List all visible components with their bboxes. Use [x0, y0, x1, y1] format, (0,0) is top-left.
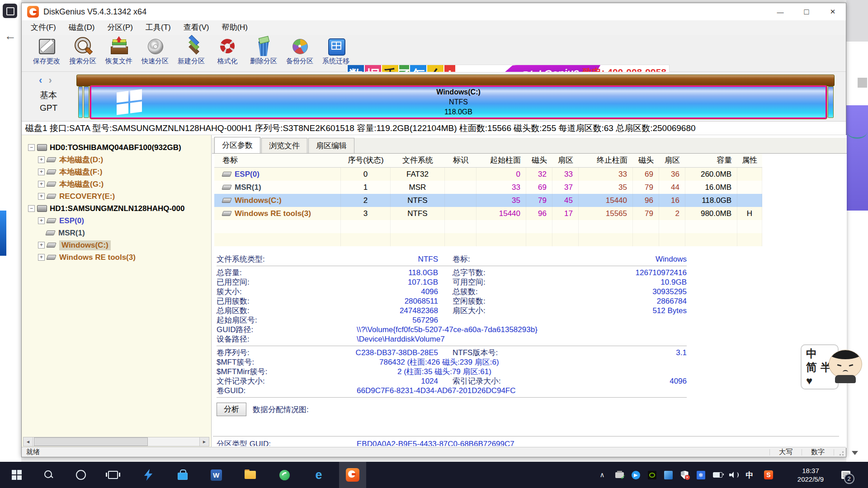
- tree-item-windows-re[interactable]: Windows RE tools(3): [22, 251, 211, 263]
- tree-item-windows-c[interactable]: Windows(C:): [22, 239, 211, 251]
- expand-icon[interactable]: [38, 169, 45, 175]
- edge-button[interactable]: e: [308, 462, 330, 488]
- table-row-msr[interactable]: MSR(1) 1 MSR 33 69 37 35 79 44 16.0MB: [214, 181, 762, 194]
- format-icon: [217, 36, 237, 56]
- maximize-button[interactable]: [793, 3, 820, 20]
- thunder-app-button[interactable]: [137, 462, 159, 488]
- store-button[interactable]: [172, 462, 193, 488]
- recover-files-button[interactable]: 恢复文件: [101, 36, 137, 70]
- tree-item-local-d[interactable]: 本地磁盘(D:): [22, 154, 211, 166]
- scrollbar-thumb[interactable]: [34, 437, 148, 446]
- tree-item-hd1[interactable]: HD1:SAMSUNGMZNLN128HAHQ-000: [22, 202, 211, 215]
- next-disk-arrow[interactable]: ›: [48, 75, 53, 86]
- snowflake-icon: ❄: [697, 471, 705, 479]
- tab-browse-files[interactable]: 浏览文件: [261, 138, 307, 153]
- tree-horizontal-scrollbar[interactable]: [23, 437, 209, 446]
- search-partition-button[interactable]: 搜索分区: [65, 36, 101, 70]
- word-button[interactable]: W: [205, 462, 227, 488]
- store-icon: [178, 469, 188, 480]
- divider: [217, 346, 687, 346]
- file-explorer-button[interactable]: [239, 462, 261, 488]
- tray-snowflake[interactable]: ❄: [693, 462, 709, 488]
- analyze-button[interactable]: 分析: [217, 403, 246, 416]
- resize-grip[interactable]: [835, 448, 844, 456]
- search-icon: [44, 470, 54, 480]
- partition-icon: [46, 255, 57, 260]
- tray-sogou[interactable]: S: [760, 462, 778, 488]
- expand-icon[interactable]: [38, 242, 45, 249]
- menu-view[interactable]: 查看(V): [177, 20, 216, 35]
- disk-info-line: 磁盘1 接口:SATA 型号:SAMSUNGMZNLN128HAHQ-000H1…: [22, 122, 846, 135]
- tray-defender[interactable]: ✕: [676, 462, 693, 488]
- tray-expand-button[interactable]: ∧: [593, 462, 611, 488]
- diskgenius-window: DiskGenius V5.4.3.1342 x64 文件(F) 磁盘(D) 分…: [21, 3, 846, 457]
- save-changes-button[interactable]: 保存更改: [28, 36, 65, 70]
- table-empty-row: [214, 220, 762, 233]
- minimize-button[interactable]: [767, 3, 793, 20]
- alert-badge-icon: ✕: [685, 475, 690, 480]
- task-view-button[interactable]: [102, 462, 124, 488]
- start-button[interactable]: [6, 462, 28, 488]
- format-button[interactable]: 格式化: [209, 36, 245, 70]
- quick-partition-button[interactable]: 快速分区: [137, 36, 173, 70]
- tray-nvidia[interactable]: [644, 462, 660, 488]
- prev-disk-arrow[interactable]: ‹: [39, 75, 44, 86]
- diskgenius-taskbar-button[interactable]: [339, 462, 366, 488]
- tree-item-msr[interactable]: MSR(1): [22, 227, 211, 239]
- notification-center-button[interactable]: 2: [835, 462, 856, 488]
- table-row-windows-re[interactable]: Windows RE tools(3) 3 NTFS 15440 96 17 1…: [214, 207, 762, 220]
- tree-item-esp[interactable]: ESP(0): [22, 215, 211, 227]
- tree-item-local-f[interactable]: 本地磁盘(F:): [22, 166, 211, 178]
- tray-intel[interactable]: [660, 462, 676, 488]
- new-partition-icon: [181, 36, 201, 56]
- meme-sticker: 中 简 半 ♥: [801, 344, 868, 394]
- tray-battery[interactable]: [709, 462, 726, 488]
- taskbar-search-button[interactable]: [38, 462, 60, 488]
- menu-tools[interactable]: 工具(T): [139, 20, 177, 35]
- expand-icon[interactable]: [38, 254, 45, 261]
- tree-item-recovery-e[interactable]: RECOVERY(E:): [22, 190, 211, 202]
- green-browser-button[interactable]: [274, 462, 295, 488]
- scroll-left-icon[interactable]: [24, 437, 33, 446]
- partition-icon: [45, 230, 56, 235]
- cortana-button[interactable]: [70, 462, 92, 488]
- status-bar: 就绪 大写 数字: [22, 447, 846, 457]
- backup-partition-button[interactable]: 备份分区: [282, 36, 318, 70]
- partition-sliver-msr[interactable]: [84, 86, 89, 118]
- table-row-esp[interactable]: ESP(0) 0 FAT32 0 32 33 33 69 36 260.0MB: [214, 168, 762, 181]
- partition-sliver-re[interactable]: [828, 86, 834, 118]
- ime-indicator[interactable]: 中: [742, 462, 757, 488]
- partition-type-guid-row: 分区类型 GUID:EBD0A0A2-B9E5-4433-87C0-68B6B7…: [217, 439, 759, 446]
- scroll-right-icon[interactable]: [199, 437, 209, 446]
- divider: [213, 436, 839, 436]
- menu-help[interactable]: 帮助(H): [215, 20, 254, 35]
- tab-partition-params[interactable]: 分区参数: [214, 137, 260, 153]
- menu-partition[interactable]: 分区(P): [101, 20, 139, 35]
- tree-item-local-g[interactable]: 本地磁盘(G:): [22, 178, 211, 190]
- partition-windows-c[interactable]: Windows(C:) NTFS 118.0GB: [90, 85, 827, 119]
- expand-icon[interactable]: [38, 181, 45, 188]
- partition-sliver-esp[interactable]: [78, 86, 83, 118]
- expand-icon[interactable]: [38, 217, 45, 224]
- expand-icon[interactable]: [38, 156, 45, 163]
- backup-partition-icon: [290, 36, 310, 56]
- collapse-icon[interactable]: [28, 205, 35, 212]
- expand-icon[interactable]: [38, 193, 45, 200]
- tab-sector-edit[interactable]: 扇区编辑: [308, 138, 354, 153]
- tray-printer[interactable]: [611, 462, 627, 488]
- windows-start-icon: [12, 470, 22, 480]
- delete-partition-button[interactable]: 删除分区: [245, 36, 282, 70]
- menubar: 文件(F) 磁盘(D) 分区(P) 工具(T) 查看(V) 帮助(H): [22, 20, 846, 35]
- menu-file[interactable]: 文件(F): [24, 20, 62, 35]
- menu-disk[interactable]: 磁盘(D): [62, 20, 101, 35]
- new-partition-button[interactable]: 新建分区: [173, 36, 209, 70]
- tray-volume[interactable]: [726, 462, 742, 488]
- close-button[interactable]: [820, 3, 846, 20]
- taskbar-clock[interactable]: 18:37 2022/5/9: [791, 462, 830, 488]
- taskbar: W e ∧ ✕ ❄ 中 S 18:37 2022/5/9 2: [0, 462, 868, 488]
- tray-thunder[interactable]: [627, 462, 644, 488]
- table-row-windows-c-selected[interactable]: Windows(C:) 2 NTFS 35 79 45 15440 96 16 …: [214, 194, 762, 207]
- collapse-icon[interactable]: [28, 144, 35, 151]
- tree-item-hd0[interactable]: HD0:TOSHIBAMQ04ABF100(932GB): [22, 141, 211, 154]
- disk-band[interactable]: [76, 75, 835, 86]
